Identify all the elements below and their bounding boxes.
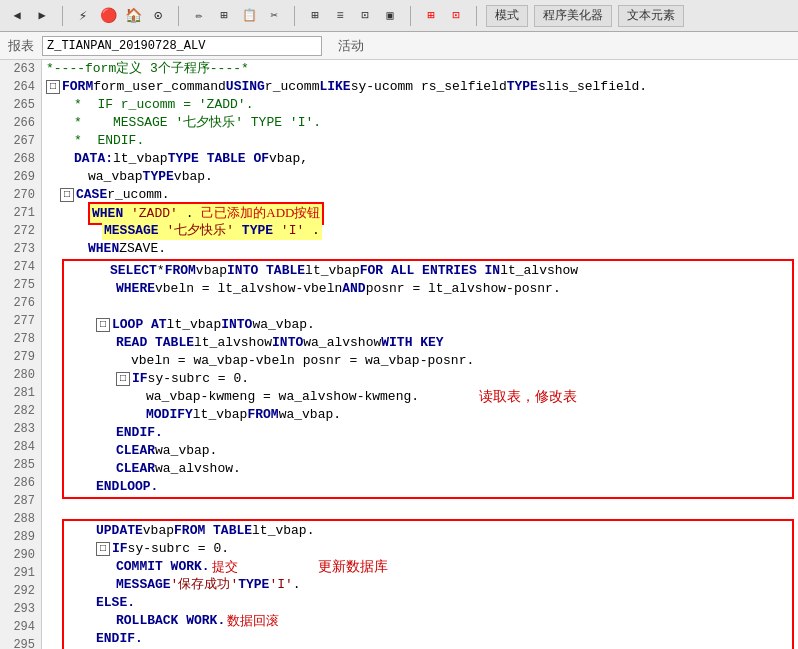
ln-279: 279 [0, 348, 41, 366]
line-288: UPDATE vbap FROM TABLE lt_vbap. [66, 522, 790, 540]
ln-272: 272 [0, 222, 41, 240]
ln-273: 273 [0, 240, 41, 258]
code-kw-264: FORM [62, 78, 93, 96]
forward-button[interactable]: ▶ [31, 5, 53, 27]
line-294: ENDIF. [66, 630, 790, 648]
format-2[interactable]: ≡ [329, 5, 351, 27]
commit-annotation: 提交 [212, 558, 238, 576]
expand-280[interactable]: □ [116, 372, 130, 386]
sep-5 [476, 6, 477, 26]
ln-277: 277 [0, 312, 41, 330]
ln-287: 287 [0, 492, 41, 510]
nav-buttons: ◀ ▶ [6, 5, 53, 27]
expand-264[interactable]: □ [46, 80, 60, 94]
line-278: READ TABLE lt_alvshow INTO wa_alvshow WI… [66, 334, 790, 352]
ln-269: 269 [0, 168, 41, 186]
update-db-annotation: 更新数据库 [318, 558, 388, 576]
line-284: CLEAR wa_vbap. [66, 442, 790, 460]
red-box-section-1: SELECT * FROM vbap INTO TABLE lt_vbap FO… [62, 259, 794, 499]
ln-293: 293 [0, 600, 41, 618]
ln-270: 270 [0, 186, 41, 204]
line-265: * IF r_ucomm = 'ZADD'. [42, 96, 798, 114]
toolbar: ◀ ▶ ⚡ 🔴 🏠 ⊙ ✏ ⊞ 📋 ✂ ⊞ ≡ ⊡ ▣ ⊞ ⊡ 模式 程序美化器… [0, 0, 798, 32]
special-1[interactable]: ⊞ [420, 5, 442, 27]
sep-3 [294, 6, 295, 26]
back-button[interactable]: ◀ [6, 5, 28, 27]
line-272: MESSAGE '七夕快乐' TYPE 'I' . [42, 222, 798, 240]
text-elem-button[interactable]: 文本元素 [618, 5, 684, 27]
line-268: DATA: lt_vbap TYPE TABLE OF vbap, [42, 150, 798, 168]
sep-2 [178, 6, 179, 26]
line-274: SELECT * FROM vbap INTO TABLE lt_vbap FO… [66, 262, 790, 280]
line-287 [42, 500, 798, 518]
line-291: MESSAGE '保存成功' TYPE 'I' . [66, 576, 790, 594]
editor: 263 264 265 266 267 268 269 270 271 272 … [0, 60, 798, 649]
ln-291: 291 [0, 564, 41, 582]
ln-278: 278 [0, 330, 41, 348]
line-277: □ LOOP AT lt_vbap INTO wa_vbap. [66, 316, 790, 334]
ln-264: 264 [0, 78, 41, 96]
line-275: WHERE vbeln = lt_alvshow-vbeln AND posnr… [66, 280, 790, 298]
line-266: * MESSAGE '七夕快乐' TYPE 'I'. [42, 114, 798, 132]
line-271: WHEN 'ZADD' . 己已添加的ADD按钮 [42, 204, 798, 222]
format-4[interactable]: ▣ [379, 5, 401, 27]
line-292: ELSE. [66, 594, 790, 612]
ln-284: 284 [0, 438, 41, 456]
line-293: ROLLBACK WORK. 数据回滚 [66, 612, 790, 630]
icon-group: ⚡ 🔴 🏠 ⊙ [72, 5, 169, 27]
expand-270[interactable]: □ [60, 188, 74, 202]
line-279: vbeln = wa_vbap-vbeln posnr = wa_vbap-po… [66, 352, 790, 370]
line-283: ENDIF. [66, 424, 790, 442]
line-269: wa_vbap TYPE vbap. [42, 168, 798, 186]
expand-289[interactable]: □ [96, 542, 110, 556]
line-281: wa_vbap-kwmeng = wa_alvshow-kwmeng. 读取表，… [66, 388, 790, 406]
line-285: CLEAR wa_alvshow. [66, 460, 790, 478]
special-2[interactable]: ⊡ [445, 5, 467, 27]
line-numbers: 263 264 265 266 267 268 269 270 271 272 … [0, 60, 42, 649]
ln-285: 285 [0, 456, 41, 474]
code-area: 263 264 265 266 267 268 269 270 271 272 … [0, 60, 798, 649]
code-264b: form_user_command [93, 78, 226, 96]
line-290: COMMIT WORK. 提交 更新数据库 [66, 558, 790, 576]
mode-button[interactable]: 模式 [486, 5, 528, 27]
cut-icon[interactable]: ✂ [263, 5, 285, 27]
ln-280: 280 [0, 366, 41, 384]
ln-276: 276 [0, 294, 41, 312]
icon-3[interactable]: 🏠 [122, 5, 144, 27]
add-annotation: 己已添加的ADD按钮 [201, 205, 320, 220]
line-286: ENDLOOP. [66, 478, 790, 496]
paste-icon[interactable]: 📋 [238, 5, 260, 27]
address-bar: 报表 活动 [0, 32, 798, 60]
ln-288: 288 [0, 510, 41, 528]
copy-icon[interactable]: ⊞ [213, 5, 235, 27]
rollback-annotation: 数据回滚 [227, 612, 279, 630]
icon-1[interactable]: ⚡ [72, 5, 94, 27]
format-icons: ⊞ ≡ ⊡ ▣ [304, 5, 401, 27]
line-264: □ FORM form_user_command USING r_ucomm L… [42, 78, 798, 96]
icon-2[interactable]: 🔴 [97, 5, 119, 27]
ln-283: 283 [0, 420, 41, 438]
ln-267: 267 [0, 132, 41, 150]
code-text-263: *----form定义 3个子程序----* [46, 60, 249, 78]
icon-4[interactable]: ⊙ [147, 5, 169, 27]
address-input[interactable] [42, 36, 322, 56]
format-1[interactable]: ⊞ [304, 5, 326, 27]
expand-277[interactable]: □ [96, 318, 110, 332]
ln-295: 295 [0, 636, 41, 649]
line-263: *----form定义 3个子程序----* [42, 60, 798, 78]
ln-268: 268 [0, 150, 41, 168]
ln-275: 275 [0, 276, 41, 294]
ln-274: 274 [0, 258, 41, 276]
code-lines[interactable]: *----form定义 3个子程序----* □ FORM form_user_… [42, 60, 798, 649]
pencil-icon[interactable]: ✏ [188, 5, 210, 27]
read-modify-annotation: 读取表，修改表 [479, 388, 577, 406]
address-label: 报表 [8, 37, 34, 55]
format-3[interactable]: ⊡ [354, 5, 376, 27]
ln-294: 294 [0, 618, 41, 636]
beautify-button[interactable]: 程序美化器 [534, 5, 612, 27]
message-highlight: MESSAGE '七夕快乐' TYPE 'I' . [102, 222, 322, 240]
ln-281: 281 [0, 384, 41, 402]
ln-265: 265 [0, 96, 41, 114]
sep-4 [410, 6, 411, 26]
sep-1 [62, 6, 63, 26]
